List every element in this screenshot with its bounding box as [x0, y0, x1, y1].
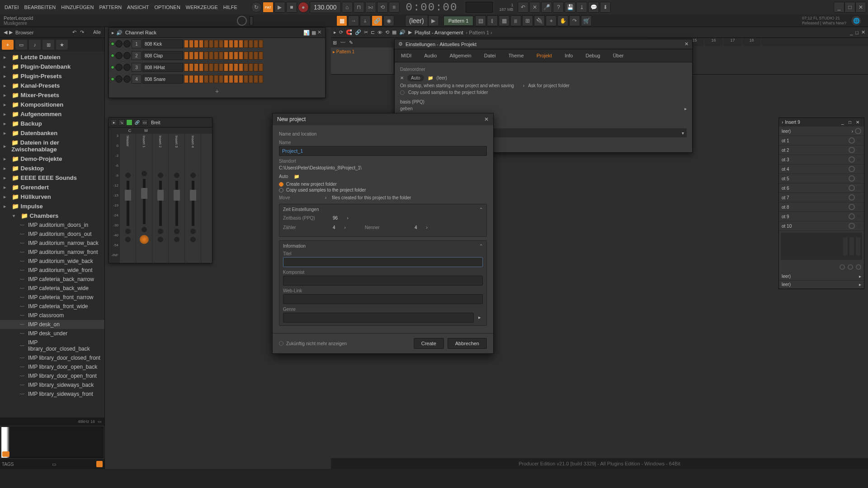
mx-menu-icon[interactable]: ▸ — [111, 119, 117, 126]
tree-folder[interactable]: ▸📁 Desktop — [0, 164, 104, 173]
step-button[interactable] — [259, 52, 263, 60]
channel-vol-knob[interactable] — [123, 64, 131, 71]
slot-mix-knob[interactable] — [849, 175, 855, 182]
folder-icon[interactable]: 📁 — [428, 75, 433, 80]
genre-input[interactable] — [283, 313, 474, 323]
slot-led[interactable] — [858, 196, 861, 199]
track-send-knob[interactable] — [140, 235, 149, 244]
settings-tab[interactable]: Über — [609, 51, 627, 60]
track-pan-knob[interactable] — [142, 171, 147, 176]
browser-tab-2[interactable]: ♪ — [29, 40, 41, 50]
step-button[interactable] — [229, 40, 233, 48]
step-button[interactable] — [234, 40, 238, 48]
tree-file[interactable]: 〰IMP classroom — [0, 311, 104, 320]
step-button[interactable] — [239, 52, 243, 60]
slot-mix-knob[interactable] — [849, 147, 855, 153]
maximize-icon[interactable]: □ — [844, 2, 855, 13]
stop-button[interactable]: ■ — [286, 2, 297, 13]
playlist-crumb[interactable]: › Pattern 1 › — [466, 30, 492, 35]
step-button[interactable] — [194, 40, 198, 48]
tree-folder[interactable]: ▸📁 Aufgenommen — [0, 109, 104, 119]
settings-tab[interactable]: Debug — [582, 51, 604, 60]
channel-number[interactable]: 1 — [132, 39, 142, 48]
channel-number[interactable]: 3 — [132, 63, 142, 72]
search-icon[interactable] — [96, 461, 103, 467]
pl-eye-icon[interactable]: 👁 — [377, 30, 382, 35]
step-button[interactable] — [199, 63, 203, 71]
browser-tab-1[interactable]: ▭ — [15, 40, 27, 50]
tree-file[interactable]: 〰IMP cafeteria_front_narrow — [0, 293, 104, 302]
track-pan-knob[interactable] — [125, 173, 131, 178]
pattern-selector[interactable]: Pattern 1 — [443, 16, 474, 26]
insert-slot[interactable]: ot 6 — [782, 186, 847, 191]
insert-slot[interactable]: ot 7 — [782, 195, 847, 200]
channel-name[interactable]: 808 Clap — [142, 51, 183, 60]
step-button[interactable] — [194, 75, 198, 83]
ins-gain-knob[interactable] — [855, 128, 861, 134]
undo-icon[interactable]: ↶ — [518, 2, 528, 13]
tree-file[interactable]: 〰IMP cafeteria_back_wide — [0, 284, 104, 293]
step-button[interactable] — [189, 75, 193, 83]
menu-options[interactable]: OPTIONEN — [151, 4, 183, 11]
step-button[interactable] — [244, 75, 248, 83]
track-send-knob[interactable] — [190, 237, 196, 242]
cr-close-icon[interactable]: ✕ — [316, 29, 322, 36]
slot-led[interactable] — [858, 205, 861, 209]
link-icon[interactable]: 🔗 — [372, 15, 382, 26]
pl-link-icon[interactable]: 🔗 — [355, 29, 361, 35]
shop-icon[interactable]: 🛒 — [581, 15, 592, 26]
time-collapse-icon[interactable]: ⌃ — [479, 207, 483, 212]
step-button[interactable] — [219, 75, 223, 83]
menu-tools[interactable]: WERKZEUGE — [183, 4, 221, 11]
info-collapse-icon[interactable]: ⌃ — [479, 244, 483, 249]
close-icon[interactable]: ✕ — [855, 2, 866, 13]
channel-pan-knob[interactable] — [115, 52, 123, 59]
step-button[interactable] — [189, 63, 193, 71]
small-knob-3[interactable] — [856, 264, 861, 270]
track-mute[interactable] — [125, 229, 131, 234]
genre-dropdown-icon[interactable]: ▸ — [476, 313, 483, 323]
step-button[interactable] — [184, 75, 189, 83]
tree-file[interactable]: 〰IMP desk_under — [0, 329, 104, 338]
copy-samples-radio[interactable]: Copy used samples to the project folder — [279, 188, 487, 192]
step-button[interactable] — [254, 40, 258, 48]
channel-pan-knob[interactable] — [115, 75, 123, 83]
track-pan-knob[interactable] — [158, 173, 163, 178]
insert-slot[interactable]: ot 8 — [782, 205, 847, 210]
tree-folder[interactable]: ▸📁 Gerendert — [0, 183, 104, 192]
channel-led[interactable] — [111, 77, 114, 81]
sync-icon[interactable]: ↻ — [251, 2, 262, 13]
step-icon[interactable]: ≡ — [389, 2, 400, 13]
ins-leer[interactable]: leer) — [782, 129, 852, 134]
touch-icon[interactable]: ✋ — [557, 15, 568, 26]
step-button[interactable] — [204, 63, 208, 71]
slot-mix-knob[interactable] — [849, 194, 855, 201]
ins-min-icon[interactable]: _ — [841, 120, 847, 125]
step-button[interactable] — [224, 40, 228, 48]
step-button[interactable] — [209, 52, 213, 60]
insert-slot[interactable]: ot 5 — [782, 176, 847, 181]
title-input[interactable] — [283, 257, 483, 267]
step-button[interactable] — [254, 52, 258, 60]
insert-slot[interactable]: ot 3 — [782, 157, 847, 162]
step-button[interactable] — [234, 75, 238, 83]
metronome-icon[interactable]: ⌂ — [342, 2, 353, 13]
step-button[interactable] — [229, 75, 233, 83]
save-icon[interactable]: 💾 — [565, 2, 576, 13]
mixer-icon[interactable]: ⫼ — [510, 15, 521, 26]
tree-file[interactable]: 〰IMP auditorium_wide_front — [0, 266, 104, 275]
step-button[interactable] — [234, 63, 238, 71]
play-button[interactable]: ▶ — [274, 2, 285, 13]
settings-tab[interactable]: Audio — [420, 51, 440, 60]
step-button[interactable] — [259, 63, 263, 71]
tree-file[interactable]: 〰IMP auditorium_wide_back — [0, 257, 104, 266]
pat-mode-button[interactable]: PAT — [263, 2, 274, 13]
collapse-icon[interactable]: ◀ — [4, 29, 7, 35]
master-pitch[interactable] — [250, 16, 253, 25]
step-button[interactable] — [259, 75, 263, 83]
channel-pan-knob[interactable] — [115, 64, 123, 71]
track-send-knob[interactable] — [158, 237, 163, 242]
tempo-tap-icon[interactable]: ⌖ — [546, 15, 557, 26]
pl-menu-icon[interactable]: ▸ — [334, 29, 336, 35]
arrow-icon[interactable]: → — [348, 15, 359, 26]
